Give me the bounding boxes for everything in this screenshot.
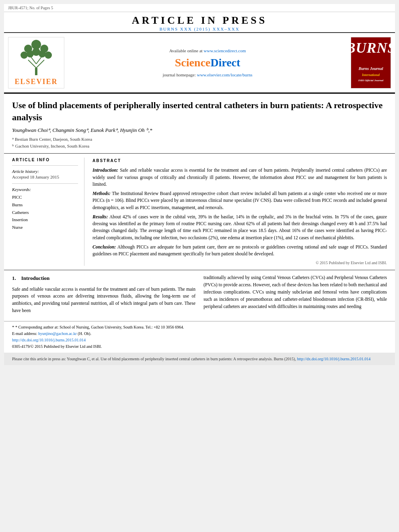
- svg-line-1: [28, 60, 36, 68]
- email-footnote: E-mail address: hyunjino@gachon.ac.kr (H…: [12, 331, 387, 337]
- body-content: 1. Introduction Safe and reliable vascul…: [4, 270, 395, 321]
- svg-text:ISBI Official Journal: ISBI Official Journal: [358, 79, 384, 82]
- elsevier-logo: ELSEVIER: [8, 37, 64, 88]
- journal-ref-left: JBUR-4571; No. of Pages 5: [8, 6, 53, 10]
- intro-text: Safe and reliable vascular access is ess…: [93, 168, 387, 187]
- issn-footnote: 0305-4179/© 2015 Published by Elsevier L…: [12, 344, 387, 349]
- authors: Younghwan Choiᵃ, Changmin Songᵃ, Eunok P…: [12, 127, 387, 134]
- methods-label: Methods:: [93, 191, 111, 196]
- affiliations: ᵃ Bestian Burn Center, Daejeon, South Ko…: [12, 136, 387, 149]
- citation-bar: Please cite this article in press as: Yo…: [4, 353, 395, 365]
- header-area: ELSEVIER Available online at www.science…: [4, 33, 395, 94]
- copyright: © 2015 Published by Elsevier Ltd and ISB…: [93, 260, 387, 266]
- sciencedirect-logo: ScienceDirect: [175, 56, 241, 69]
- svg-point-9: [45, 51, 52, 59]
- abstract-intro: Introduction: Safe and reliable vascular…: [93, 167, 387, 188]
- keyword-burns: Burns: [12, 201, 78, 209]
- article-info-heading: ARTICLE INFO: [12, 158, 78, 162]
- citation-doi-link[interactable]: http://dx.doi.org/10.1016/j.burns.2015.0…: [297, 357, 370, 361]
- elsevier-tree-icon: [16, 40, 56, 76]
- intro-label: Introduction:: [93, 168, 118, 173]
- keyword-insertion: Insertion: [12, 216, 78, 224]
- article-title-section: Use of blind placements of peripherally …: [4, 94, 395, 154]
- article-in-press-title: ARTICLE IN PRESS: [4, 14, 395, 27]
- top-banner: JBUR-4571; No. of Pages 5: [4, 4, 395, 12]
- article-title: Use of blind placements of peripherally …: [12, 99, 387, 123]
- two-col-section: ARTICLE INFO Article history: Accepted 1…: [4, 154, 395, 270]
- divider: [12, 165, 78, 166]
- affiliation-a: ᵃ Bestian Burn Center, Daejeon, South Ko…: [12, 136, 387, 143]
- elsevier-brand-text: ELSEVIER: [14, 78, 58, 86]
- conclusion-label: Conclusion:: [93, 244, 116, 249]
- history-label: Article history:: [12, 169, 78, 174]
- abstract-methods: Methods: The Institutional Review Board …: [93, 190, 387, 211]
- doi-footnote: http://dx.doi.org/10.1016/j.burns.2015.0…: [12, 337, 387, 343]
- section1-number: 1.: [12, 275, 16, 281]
- svg-text:Burns Journal: Burns Journal: [358, 66, 383, 71]
- affiliation-b: ᵇ Gachon University, Incheon, South Kore…: [12, 143, 387, 150]
- keyword-picc: PICC: [12, 193, 78, 201]
- citation-text: Please cite this article in press as: Yo…: [12, 357, 296, 361]
- abstract-heading: ABSTRACT: [93, 158, 387, 164]
- section1-title: Introduction: [21, 275, 50, 281]
- history-value: Accepted 18 January 2015: [12, 175, 78, 179]
- burns-logo-text: BURNS: [346, 39, 396, 56]
- divider2: [12, 183, 78, 184]
- section1-para1: Safe and reliable vascular access is ess…: [12, 286, 195, 314]
- keyword-nurse: Nurse: [12, 224, 78, 231]
- page: JBUR-4571; No. of Pages 5 ARTICLE IN PRE…: [4, 4, 395, 365]
- footnotes: * * Corresponding author at: School of N…: [4, 321, 395, 353]
- keyword-catheters: Catheters: [12, 209, 78, 216]
- methods-text: The Institutional Review Board approved …: [93, 191, 387, 210]
- burns-logo-image: Burns Journal International ISBI Officia…: [353, 58, 389, 86]
- header-middle: Available online at www.sciencedirect.co…: [68, 37, 347, 88]
- journal-homepage-link[interactable]: www.elsevier.com/locate/burns: [197, 72, 252, 77]
- keywords-list: PICC Burns Catheters Insertion Nurse: [12, 193, 78, 231]
- body-left: 1. Introduction Safe and reliable vascul…: [12, 274, 195, 316]
- journal-homepage: journal homepage: www.elsevier.com/locat…: [163, 72, 253, 77]
- abstract-conclusion: Conclusion: Although PICCs are adequate …: [93, 244, 387, 258]
- email-link[interactable]: hyunjino@gachon.ac.kr: [38, 331, 77, 336]
- doi-link[interactable]: http://dx.doi.org/10.1016/j.burns.2015.0…: [12, 338, 86, 342]
- burns-logo: BURNS Burns Journal International ISBI O…: [351, 37, 391, 88]
- section1-right-para1: traditionally achieved by using Central …: [204, 274, 387, 310]
- results-label: Results:: [93, 214, 108, 219]
- svg-point-12: [32, 48, 40, 56]
- journal-ref-center: BURNS XXX (2015) XXX–XXX: [4, 27, 395, 31]
- available-url-link[interactable]: www.sciencedirect.com: [204, 48, 246, 53]
- available-online-text: Available online at www.sciencedirect.co…: [169, 48, 246, 53]
- svg-point-8: [21, 51, 28, 59]
- conclusion-text: Although PICCs are adequate for burn pat…: [93, 244, 387, 256]
- svg-rect-0: [35, 68, 37, 75]
- section1-heading: 1. Introduction: [12, 274, 195, 282]
- abstract-results: Results: About 42% of cases were in the …: [93, 214, 387, 241]
- corresponding-footnote: * * Corresponding author at: School of N…: [12, 324, 387, 330]
- abstract-section: ABSTRACT Introduction: Safe and reliable…: [93, 158, 387, 266]
- article-info: ARTICLE INFO Article history: Accepted 1…: [12, 158, 84, 266]
- keywords-label: Keywords:: [12, 187, 78, 192]
- svg-line-2: [36, 60, 44, 68]
- svg-text:International: International: [362, 73, 380, 77]
- article-in-press-banner: ARTICLE IN PRESS BURNS XXX (2015) XXX–XX…: [4, 12, 395, 33]
- body-right: traditionally achieved by using Central …: [204, 274, 387, 316]
- results-text: About 42% of cases were in the cubital v…: [93, 214, 387, 240]
